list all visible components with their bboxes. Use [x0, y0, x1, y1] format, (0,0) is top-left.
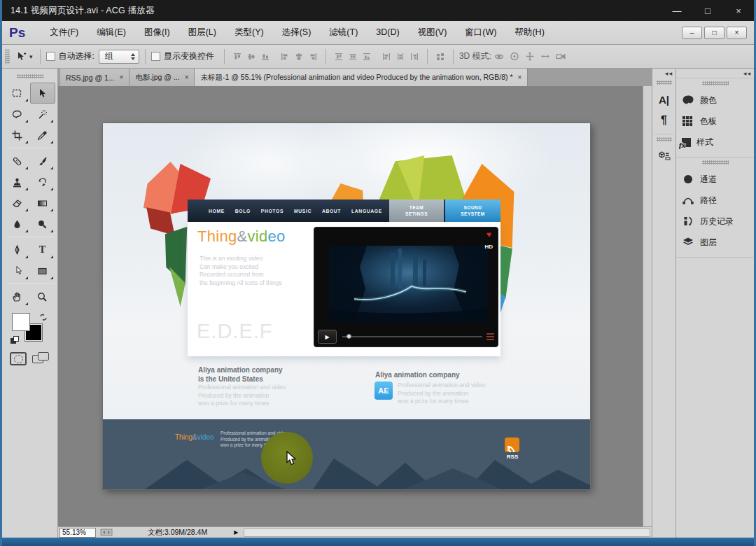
show-transform-checkbox[interactable]: [151, 52, 160, 61]
menu-window[interactable]: 窗口(W): [456, 21, 505, 44]
default-colors-icon[interactable]: [10, 336, 20, 344]
3d-panel-button[interactable]: [652, 146, 676, 167]
align-bottom-icon[interactable]: [260, 52, 270, 62]
lasso-tool[interactable]: [5, 104, 30, 125]
menu-help[interactable]: 帮助(H): [505, 21, 553, 44]
channels-panel-button[interactable]: 通道: [676, 169, 754, 190]
menu-image[interactable]: 图像(I): [135, 21, 179, 44]
3d-roll-icon[interactable]: [509, 51, 520, 62]
hand-tool[interactable]: [5, 286, 30, 307]
history-brush-tool[interactable]: [30, 172, 55, 192]
toolbox-drag-handle[interactable]: [17, 74, 43, 78]
close-button[interactable]: ×: [723, 0, 754, 21]
distribute-vcenter-icon[interactable]: [348, 52, 358, 62]
menu-filter[interactable]: 滤镜(T): [320, 21, 367, 44]
dodge-tool[interactable]: [30, 214, 55, 234]
tab-movie-jpg[interactable]: 电影.jpg @ ... ×: [130, 69, 195, 86]
document-size-info: 文档:3.09M/28.4M: [148, 528, 207, 538]
rectangle-shape-tool[interactable]: [30, 260, 55, 281]
dock-collapse-icon[interactable]: ◀◀: [676, 69, 754, 78]
tab-close-icon[interactable]: ×: [518, 74, 522, 81]
zoom-tool[interactable]: [30, 286, 55, 307]
vertical-scrollbar[interactable]: [643, 86, 652, 526]
tab-untitled-1[interactable]: 未标题-1 @ 55.1% (Professional animation an…: [195, 69, 528, 86]
3d-slide-icon[interactable]: [540, 51, 551, 62]
tab-close-icon[interactable]: ×: [120, 74, 124, 81]
paragraph-panel-button[interactable]: ¶: [652, 110, 676, 131]
tab-close-icon[interactable]: ×: [185, 74, 189, 81]
zoom-level-field[interactable]: 55.13%: [59, 528, 96, 538]
brush-tool[interactable]: [30, 150, 55, 172]
gradient-tool[interactable]: [30, 192, 55, 214]
strip-collapse-icon[interactable]: ◀◀: [652, 69, 676, 78]
distribute-hcenter-icon[interactable]: [396, 52, 405, 62]
maximize-button[interactable]: □: [692, 0, 723, 21]
align-right-icon[interactable]: [308, 52, 318, 62]
type-tool[interactable]: T: [30, 239, 55, 260]
auto-select-checkbox[interactable]: [46, 52, 55, 61]
tool-preset-dropdown-icon[interactable]: ▾: [29, 53, 33, 60]
screen-mode-button[interactable]: [32, 352, 50, 365]
strip-drag-handle-2[interactable]: [657, 137, 672, 141]
crop-tool[interactable]: [5, 125, 30, 146]
align-left-icon[interactable]: [280, 52, 290, 62]
color-panel-button[interactable]: 颜色: [676, 90, 754, 111]
magic-wand-tool[interactable]: [30, 104, 55, 125]
strip-drag-handle[interactable]: [657, 80, 672, 85]
blur-tool[interactable]: [5, 214, 30, 234]
auto-align-layers-icon[interactable]: [435, 52, 445, 62]
distribute-right-icon[interactable]: [410, 52, 419, 62]
move-tool[interactable]: [30, 83, 55, 104]
menu-layer[interactable]: 图层(L): [179, 21, 225, 44]
nav-photos: PHOTOS: [261, 209, 284, 214]
auto-select-dropdown[interactable]: 组: [99, 50, 139, 64]
window-title: 14.1 视频网页设计.avi - ACG 播放器: [10, 5, 155, 17]
nav-music: MUSIC: [294, 209, 312, 214]
toolbox-panel: T: [2, 69, 58, 538]
status-menu-arrow-icon[interactable]: ▶: [234, 529, 238, 536]
menu-edit[interactable]: 编辑(E): [88, 21, 135, 44]
distribute-left-icon[interactable]: [382, 52, 391, 62]
tab-rss-jpg[interactable]: RSS.jpg @ 1... ×: [60, 69, 130, 86]
auto-select-label: 自动选择:: [59, 50, 94, 62]
distribute-bottom-icon[interactable]: [362, 52, 372, 62]
swap-colors-icon[interactable]: [38, 313, 48, 322]
align-vcenter-icon[interactable]: [246, 52, 256, 62]
menu-file[interactable]: 文件(F): [41, 21, 88, 44]
dock-drag-handle-2[interactable]: [702, 160, 729, 164]
3d-rotate-icon[interactable]: [493, 51, 505, 62]
menu-3d[interactable]: 3D(D): [367, 21, 408, 44]
path-selection-tool[interactable]: [5, 260, 30, 281]
options-drag-handle[interactable]: [5, 49, 10, 64]
swatches-panel-button[interactable]: 色板: [676, 111, 754, 132]
3d-pan-icon[interactable]: [524, 51, 536, 62]
app-minimize-button[interactable]: –: [682, 27, 702, 39]
healing-brush-tool[interactable]: [5, 150, 30, 172]
foreground-color-swatch[interactable]: [12, 313, 30, 331]
layers-panel-button[interactable]: 图层: [676, 232, 754, 253]
3d-zoom-camera-icon[interactable]: [555, 51, 567, 62]
canvas[interactable]: HOME BOLG PHOTOS MUSIC ABOUT LANGUAGE TE…: [58, 86, 643, 526]
styles-panel-button[interactable]: fx 样式: [676, 132, 754, 153]
eyedropper-tool[interactable]: [30, 125, 55, 146]
pen-tool[interactable]: [5, 239, 30, 260]
align-hcenter-icon[interactable]: [294, 52, 304, 62]
paths-panel-button[interactable]: 路径: [676, 190, 754, 211]
menu-select[interactable]: 选择(S): [273, 21, 321, 44]
menu-type[interactable]: 类型(Y): [225, 21, 273, 44]
dock-drag-handle-1[interactable]: [702, 81, 729, 85]
quick-mask-button[interactable]: [10, 352, 27, 365]
distribute-top-icon[interactable]: [334, 52, 344, 62]
minimize-button[interactable]: —: [662, 0, 692, 21]
menu-view[interactable]: 视图(V): [409, 21, 456, 44]
right-text-column: Aliya animation company AE Professional …: [374, 371, 485, 406]
app-close-button[interactable]: ×: [727, 27, 747, 39]
app-maximize-button[interactable]: □: [704, 27, 724, 39]
eraser-tool[interactable]: [5, 192, 30, 214]
clone-stamp-tool[interactable]: [5, 172, 30, 192]
history-panel-button[interactable]: 历史记录: [676, 211, 754, 232]
horizontal-scrollbar[interactable]: [244, 528, 650, 537]
align-top-icon[interactable]: [232, 52, 242, 62]
rectangular-marquee-tool[interactable]: [5, 83, 30, 104]
character-panel-button[interactable]: A|: [652, 89, 676, 110]
